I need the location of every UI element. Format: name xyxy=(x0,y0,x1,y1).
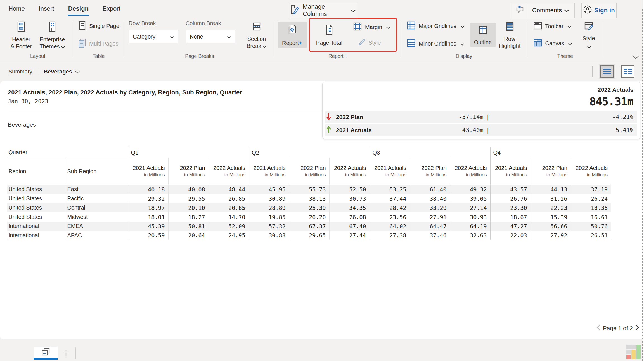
add-comment-button[interactable] xyxy=(512,3,527,18)
report-canvas: 2021 Actuals, 2022 Plan, 2022 Actuals by… xyxy=(0,81,644,339)
multi-pages-icon xyxy=(78,38,86,49)
menu-bar: Home Insert Design Export Manage Columns xyxy=(0,0,644,17)
chevron-down-icon xyxy=(564,7,569,14)
summary-card: 2022 Actuals 845.31m 2022 Plan -37.14m| … xyxy=(322,82,640,139)
header-footer-label: Header & Footer xyxy=(10,36,33,50)
toolbar-button[interactable]: Toolbar xyxy=(531,20,575,33)
menu-tab-design-label: Design xyxy=(68,5,89,12)
outline-icon xyxy=(478,25,488,37)
chevron-down-icon xyxy=(460,41,465,47)
minor-gridlines-button[interactable]: Minor Gridlines xyxy=(404,37,467,51)
measure-header: 2021 Actualsin Millions xyxy=(490,158,531,185)
multi-pages-button: Multi Pages xyxy=(76,37,121,51)
minor-gridlines-label: Minor Gridlines xyxy=(419,41,456,47)
single-page-icon xyxy=(78,21,86,32)
group-divider xyxy=(274,21,274,57)
collapse-ribbon-button[interactable] xyxy=(632,55,640,60)
theme-style-label: Style xyxy=(583,35,595,42)
measure-header: 2022 Planin Millions xyxy=(410,158,450,185)
row-highlight-label: Row Highlight xyxy=(499,35,521,49)
sub-region-header: Sub Region xyxy=(66,158,128,185)
style-button-disabled: Style xyxy=(354,36,392,49)
chevron-down-icon[interactable] xyxy=(75,68,80,75)
report-plus-label: Report xyxy=(282,40,299,46)
sheet-tab-strip: Summary Beverages xyxy=(0,62,644,81)
chevron-down-icon xyxy=(262,42,267,49)
manage-columns-button[interactable]: Manage Columns xyxy=(290,3,356,18)
group-divider xyxy=(125,21,125,57)
person-icon xyxy=(583,5,592,16)
group-table: Single Page Multi Pages Table xyxy=(73,17,124,61)
enterprise-themes-button[interactable]: Enterprise Themes xyxy=(36,19,69,51)
right-edge-sliver xyxy=(643,0,644,361)
quarter-q4-header: Q4 xyxy=(490,147,611,158)
report-plus-button[interactable]: Report+ xyxy=(278,22,307,48)
ribbon-groups: Header & Footer Enterprise Themes Layout xyxy=(0,17,644,61)
menu-tab-design[interactable]: Design xyxy=(68,4,89,13)
measure-header: 2022 Planin Millions xyxy=(168,158,209,185)
canvas-icon xyxy=(533,38,543,49)
page-tab-active[interactable] xyxy=(34,347,58,360)
toolbar-icon xyxy=(533,21,543,32)
outline-button[interactable]: Outline xyxy=(470,23,496,47)
row-highlight-button[interactable]: Row Highlight xyxy=(496,19,524,51)
row-break-select[interactable]: Category xyxy=(129,30,178,43)
measure-header: 2022 Actualsin Millions xyxy=(209,158,249,185)
group-page-breaks: Row Break Category Column Break None xyxy=(126,17,273,61)
card-row-delta: -37.14m xyxy=(459,114,484,120)
group-label-table: Table xyxy=(76,52,122,61)
single-column-view-button[interactable] xyxy=(600,65,614,78)
group-divider xyxy=(603,21,603,57)
previous-page-button[interactable] xyxy=(596,324,601,332)
two-column-view-button[interactable] xyxy=(621,65,634,78)
group-display: Major Gridlines Minor Gridlines xyxy=(401,17,526,61)
comments-button[interactable]: Comments xyxy=(527,3,575,18)
view-toggle-divider xyxy=(592,66,593,77)
theme-style-button[interactable]: Style xyxy=(578,19,600,51)
next-page-button[interactable] xyxy=(635,324,640,332)
card-row-name: 2021 Actuals xyxy=(336,127,406,134)
comments-label: Comments xyxy=(532,7,562,14)
manage-columns-label: Manage Columns xyxy=(303,3,346,18)
report-table: Quarter Q1 Q2 Q3 Q4 Region Sub Region 20… xyxy=(7,147,611,240)
sheet-tab-divider xyxy=(38,67,38,76)
sign-in-button[interactable]: Sign in xyxy=(581,3,617,18)
sheet-tab-summary[interactable]: Summary xyxy=(8,68,32,75)
arrow-up-icon xyxy=(326,126,336,134)
single-page-label: Single Page xyxy=(89,23,119,29)
margin-button[interactable]: Margin xyxy=(351,20,392,34)
chevron-down-icon xyxy=(227,34,231,40)
single-page-button[interactable]: Single Page xyxy=(76,19,122,33)
column-break-select[interactable]: None xyxy=(186,30,235,43)
arrow-down-icon xyxy=(326,113,336,121)
canvas-button[interactable]: Canvas xyxy=(531,37,575,50)
footer-bar xyxy=(0,339,644,361)
add-page-button[interactable] xyxy=(58,347,74,360)
outline-label: Outline xyxy=(474,39,492,46)
menu-tab-insert[interactable]: Insert xyxy=(38,4,55,13)
menu-tab-export[interactable]: Export xyxy=(102,4,121,13)
chevron-down-icon xyxy=(386,24,390,30)
canvas-label: Canvas xyxy=(545,40,564,47)
group-divider xyxy=(72,21,72,57)
major-gridlines-button[interactable]: Major Gridlines xyxy=(404,19,467,33)
page-total-button[interactable]: Page Total xyxy=(312,22,346,48)
sheet-tab-beverages[interactable]: Beverages xyxy=(44,68,80,75)
table-row: United States Midwest 18.0118.2714.70 19… xyxy=(7,212,611,222)
header-footer-button[interactable]: Header & Footer xyxy=(7,19,36,51)
comments-group: Comments xyxy=(512,3,575,18)
group-label-display: Display xyxy=(404,52,524,61)
group-report-plus: Report+ Page Total xyxy=(275,17,400,61)
measure-header: 2022 Actualsin Millions xyxy=(329,158,370,185)
card-row-name: 2022 Plan xyxy=(336,114,406,120)
major-gridlines-label: Major Gridlines xyxy=(419,23,456,29)
menu-tab-home[interactable]: Home xyxy=(8,4,25,13)
theme-style-icon xyxy=(584,21,594,33)
page-tab-divider xyxy=(75,347,76,359)
section-break-button[interactable]: Section Break xyxy=(243,19,271,51)
sign-in-label: Sign in xyxy=(594,7,615,14)
group-label-theme: Theme xyxy=(531,52,600,61)
measure-header: 2021 Actualsin Millions xyxy=(128,158,168,185)
card-row-delta: 43.40m xyxy=(462,127,483,134)
table-row: United States Pacific 29.3229.5526.85 30… xyxy=(7,194,611,203)
